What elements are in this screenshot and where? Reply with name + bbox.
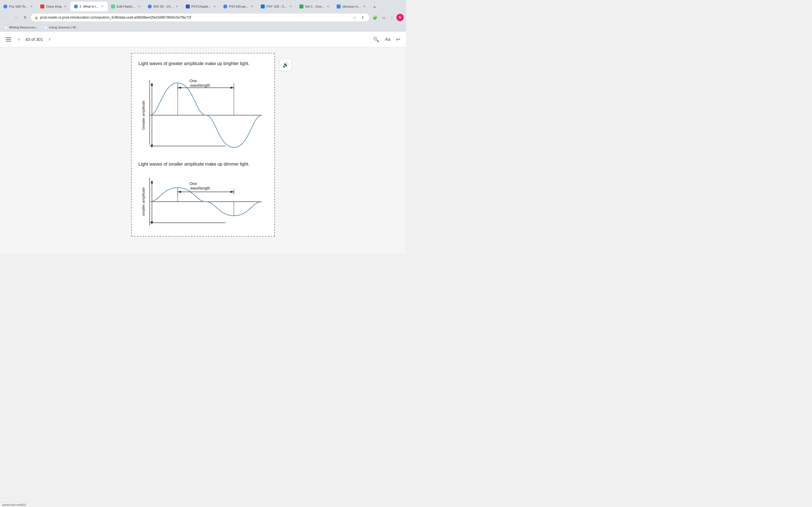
svg-text:Greater amplitude: Greater amplitude (141, 101, 146, 130)
tab-label-editflash: Edit Flashc... (117, 5, 135, 8)
tab-reader[interactable]: 2. What Is t... × (70, 2, 108, 11)
extensions-icon[interactable]: 🧩 (371, 13, 379, 21)
tab-label-set1: Set 1 - Goo... (305, 5, 324, 8)
tab-psy100[interactable]: Psy 100-Te... × (0, 2, 37, 11)
tab-editflash[interactable]: Edit Flashc... × (108, 2, 144, 11)
diagram-box: Light waves of greater amplitude make up… (131, 53, 275, 237)
tab-bar: Psy 100-Te... × Class King × 2. What Is … (0, 0, 406, 11)
tab-label-reader: 2. What Is t... (80, 5, 99, 8)
tab-classking[interactable]: Class King × (37, 2, 70, 11)
svg-text:smaller amplitude: smaller amplitude (141, 187, 146, 216)
toc-line3 (6, 41, 11, 41)
svg-text:One: One (190, 78, 197, 83)
back-icon[interactable]: ↩ (396, 36, 400, 43)
wave-diagram-2: smaller amplitude One wavelength (139, 172, 267, 228)
tab-label-psy100pe: PSY100-pe... (229, 5, 248, 8)
search-icon[interactable]: 🔍 (373, 36, 379, 43)
tab-close-psy100[interactable]: × (30, 4, 34, 8)
lock-icon: 🔒 (35, 16, 38, 19)
tab-close-reader[interactable]: × (100, 4, 104, 8)
tab-favicon-classking (40, 4, 44, 8)
tab-favicon-psy100pe (223, 4, 227, 8)
url-bar[interactable]: 🔒 prod.reader-ui.prod.mheducation.com/ep… (31, 13, 369, 21)
tab-close-psy100c[interactable]: × (289, 4, 293, 8)
user-avatar[interactable]: N (396, 14, 404, 21)
bookmark-icon-writing: 📄 (4, 25, 8, 29)
tab-favicon-set1 (299, 4, 303, 8)
content-wrapper: Light waves of greater amplitude make up… (131, 53, 275, 248)
tab-close-editflash[interactable]: × (137, 4, 141, 8)
tab-favicon-psy100c (261, 4, 265, 8)
share-icon[interactable]: ⬆ (359, 14, 366, 21)
svg-text:wavelength: wavelength (190, 186, 210, 190)
address-bar: ← → ↻ 🔒 prod.reader-ui.prod.mheducation.… (0, 11, 406, 24)
tab-psy100c[interactable]: PSY 100 - C... × (257, 2, 296, 11)
tab-label-psychapter: PSYChapte... (192, 5, 211, 8)
bookmark-label-writing: Writing Resources... (9, 25, 38, 29)
svg-marker-20 (151, 221, 153, 225)
tab-bio30[interactable]: BIO 30 - Ch... × (144, 2, 182, 11)
svg-marker-26 (231, 191, 234, 193)
tab-close-stimulus[interactable]: × (362, 4, 366, 8)
tab-label-bio30: BIO 30 - Ch... (153, 5, 173, 8)
url-text: prod.reader-ui.prod.mheducation.com/epub… (40, 15, 350, 19)
svg-marker-19 (151, 180, 153, 183)
reload-button[interactable]: ↻ (21, 13, 29, 21)
bookmark-label-sources: Using Sources | W... (49, 25, 78, 29)
svg-marker-4 (151, 145, 153, 148)
tab-psy100pe[interactable]: PSY100-pe... × (220, 2, 257, 11)
tab-favicon-stimulus (337, 4, 341, 8)
tab-favicon-reader (74, 4, 78, 8)
toc-line2 (6, 39, 11, 40)
tab-label-psy100: Psy 100-Te... (9, 5, 28, 8)
audio-button[interactable]: 🔊 (280, 59, 292, 71)
content-area: Light waves of greater amplitude make up… (0, 47, 406, 253)
audio-icon: 🔊 (283, 62, 289, 68)
next-page-button[interactable]: › (48, 35, 52, 43)
prev-page-button[interactable]: ‹ (17, 35, 21, 43)
reader-container: ‹ 43 of 301 › 🔍 Aa ↩ Light waves of grea… (0, 32, 406, 253)
svg-text:wavelength: wavelength (190, 83, 210, 88)
svg-text:One: One (190, 181, 197, 186)
svg-marker-10 (231, 87, 234, 89)
toc-line1 (6, 38, 11, 38)
back-button[interactable]: ← (2, 13, 10, 21)
tab-psychapter[interactable]: PSYChapte... × (183, 2, 220, 11)
tab-favicon-editflash (111, 4, 115, 8)
bookmark-icon-sources: 📄 (44, 25, 48, 29)
bookmarks-bar: 📄 Writing Resources... 📄 Using Sources |… (0, 24, 406, 32)
bookmark-star-icon[interactable]: ☆ (351, 14, 358, 21)
sidebar-icon[interactable]: ▭ (379, 13, 388, 21)
tab-close-bio30[interactable]: × (175, 4, 179, 8)
tab-set1[interactable]: Set 1 - Goo... × (296, 2, 333, 11)
tab-close-set1[interactable]: × (326, 4, 330, 8)
tab-favicon-bio30 (148, 4, 152, 8)
forward-button[interactable]: → (12, 13, 20, 21)
font-size-icon[interactable]: Aa (385, 37, 391, 42)
section1-text: Light waves of greater amplitude make up… (139, 60, 267, 67)
tab-stimulus[interactable]: stimulus m... × (333, 2, 370, 11)
section2-text: Light waves of smaller amplitude make up… (139, 161, 267, 168)
page-indicator: 43 of 301 (26, 37, 43, 42)
tab-favicon-psychapter (186, 4, 190, 8)
wave-diagram-1: Greater amplitude One wavelength (139, 71, 267, 153)
bookmark-using-sources[interactable]: 📄 Using Sources | W... (42, 25, 80, 30)
bookmark-writing-resources[interactable]: 📄 Writing Resources... (2, 25, 40, 30)
toc-button[interactable] (6, 36, 12, 43)
tab-close-psychapter[interactable]: × (213, 4, 216, 8)
reader-toolbar: ‹ 43 of 301 › 🔍 Aa ↩ (0, 32, 406, 47)
new-tab-button[interactable]: + (371, 3, 378, 11)
tab-label-psy100c: PSY 100 - C... (266, 5, 287, 8)
tab-label-stimulus: stimulus m... (342, 5, 361, 8)
tab-close-psy100pe[interactable]: × (250, 4, 254, 8)
svg-marker-25 (177, 191, 181, 193)
tab-close-classking[interactable]: × (63, 4, 67, 8)
spacer (139, 154, 267, 161)
chrome-menu-icon[interactable]: ⋮ (388, 13, 396, 21)
tab-favicon-psy100 (3, 4, 7, 8)
svg-marker-3 (151, 82, 153, 86)
svg-marker-9 (177, 87, 181, 89)
tab-label-classking: Class King (46, 5, 61, 8)
